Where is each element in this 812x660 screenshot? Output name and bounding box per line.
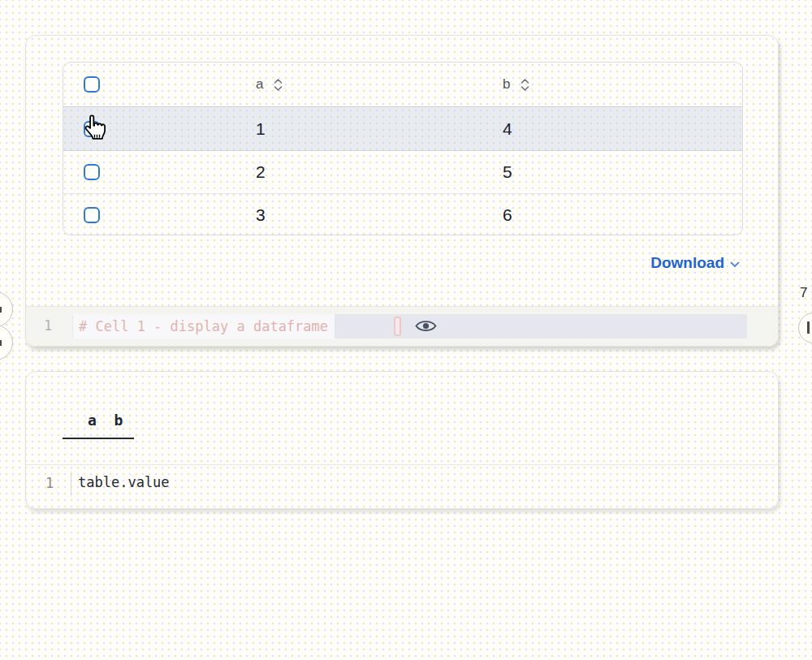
dataframe-repr-header: a b [88, 412, 123, 429]
row-checkbox[interactable] [84, 207, 100, 223]
code-text[interactable]: table.value [78, 474, 170, 490]
chevron-down-icon [730, 254, 740, 272]
eye-icon[interactable] [414, 317, 437, 335]
cell-a: 3 [256, 205, 503, 225]
gutter-divider [71, 472, 71, 496]
column-header-a[interactable]: a [256, 76, 503, 93]
column-a-label: a [256, 76, 263, 93]
output-code-divider [26, 464, 778, 465]
cell-b: 4 [503, 119, 742, 139]
hidden-code-comment: # Cell 1 - display a dataframe [73, 314, 335, 339]
download-label: Download [650, 254, 724, 272]
dataframe-repr-rule [63, 438, 134, 439]
table-row[interactable]: 3 6 [63, 193, 742, 235]
cell-a: 1 [256, 119, 503, 139]
cell-b: 6 [503, 205, 742, 225]
sort-icon[interactable] [274, 79, 283, 91]
cell-a: 2 [256, 162, 503, 182]
table-row[interactable]: 2 5 [63, 151, 742, 193]
row-checkbox[interactable] [84, 121, 100, 137]
cell-b: 5 [503, 162, 742, 182]
button-glyph-fragment [807, 321, 810, 334]
row-checkbox-cell [63, 121, 256, 137]
cell1-code-editor[interactable]: 1 # Cell 1 - display a dataframe [26, 306, 778, 346]
table-header-row: a b [63, 63, 742, 106]
runtime-indicator-fragment: 7 [800, 285, 807, 301]
row-checkbox[interactable] [84, 164, 100, 180]
header-checkbox-cell [63, 76, 256, 93]
row-checkbox-cell [63, 207, 256, 223]
column-b-label: b [503, 76, 510, 93]
select-all-checkbox[interactable] [84, 76, 100, 93]
download-button[interactable]: Download [650, 254, 740, 272]
column-header-b[interactable]: b [503, 76, 742, 93]
cell-action-button-fragment[interactable] [0, 325, 13, 360]
button-glyph-fragment [0, 340, 2, 346]
button-glyph-fragment [0, 307, 2, 313]
cell-action-button-fragment[interactable] [0, 291, 13, 327]
dataframe-table: a b [63, 62, 743, 235]
line-number: 1 [44, 317, 52, 334]
cell-action-button-fragment[interactable] [798, 313, 812, 343]
line-number: 1 [45, 475, 54, 491]
table-row[interactable]: 1 4 [63, 106, 742, 151]
notebook-cell-2: a b 1 table.value [25, 371, 779, 509]
text-cursor [394, 317, 401, 336]
notebook-cell-1: a b [25, 35, 779, 347]
sort-icon[interactable] [520, 79, 529, 91]
row-checkbox-cell [63, 164, 256, 180]
